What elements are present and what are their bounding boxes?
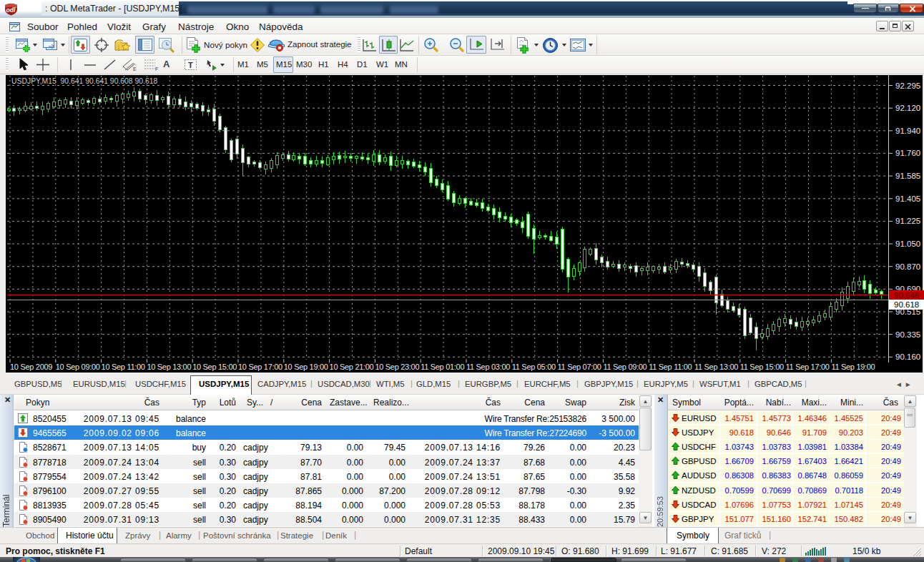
- svg-text:11 Sep 17:00: 11 Sep 17:00: [786, 363, 830, 371]
- svg-text:91.225: 91.225: [895, 217, 920, 225]
- svg-text:90.646: 90.646: [894, 291, 919, 300]
- svg-text:90.618: 90.618: [894, 300, 919, 309]
- svg-text:91.050: 91.050: [895, 240, 920, 248]
- svg-text:91.585: 91.585: [895, 172, 920, 180]
- svg-text:10 Sep 23:00: 10 Sep 23:00: [375, 363, 419, 371]
- svg-text:10 Sep 17:00: 10 Sep 17:00: [238, 363, 282, 371]
- svg-text:10 Sep 2009: 10 Sep 2009: [10, 363, 52, 371]
- svg-text:91.940: 91.940: [895, 127, 920, 135]
- svg-text:10 Sep 09:00: 10 Sep 09:00: [56, 363, 100, 371]
- svg-text:11 Sep 07:00: 11 Sep 07:00: [558, 363, 601, 371]
- svg-text:F: F: [155, 66, 158, 72]
- svg-text:10 Sep 19:00: 10 Sep 19:00: [284, 363, 328, 371]
- svg-text:odl: odl: [6, 6, 16, 14]
- svg-text:11 Sep 01:00: 11 Sep 01:00: [421, 363, 464, 371]
- svg-text:10 Sep 13:00: 10 Sep 13:00: [147, 363, 191, 371]
- svg-text:10 Sep 11:00: 10 Sep 11:00: [102, 363, 145, 371]
- svg-text:91.405: 91.405: [895, 194, 920, 203]
- svg-text:90.160: 90.160: [895, 353, 920, 361]
- svg-text:11 Sep 11:00: 11 Sep 11:00: [649, 363, 692, 371]
- svg-text:92.295: 92.295: [895, 82, 920, 90]
- svg-text:11 Sep 05:00: 11 Sep 05:00: [512, 363, 556, 371]
- svg-text:11 Sep 03:00: 11 Sep 03:00: [466, 363, 510, 371]
- svg-text:11 Sep 09:00: 11 Sep 09:00: [603, 363, 647, 371]
- svg-text:90.335: 90.335: [895, 330, 920, 339]
- svg-text:E: E: [133, 66, 137, 72]
- svg-text:T: T: [188, 61, 193, 69]
- svg-text:11 Sep 15:00: 11 Sep 15:00: [740, 363, 784, 371]
- svg-text:11 Sep 13:00: 11 Sep 13:00: [694, 363, 738, 371]
- svg-text:92.120: 92.120: [895, 104, 920, 112]
- svg-text:USDJPY,M15 90.641 90.641 90.6: USDJPY,M15 90.641 90.641 90.608 90.618: [11, 77, 158, 85]
- svg-text:91.760: 91.760: [895, 149, 920, 157]
- svg-text:10 Sep 21:00: 10 Sep 21:00: [330, 363, 374, 371]
- svg-text:11 Sep 19:00: 11 Sep 19:00: [831, 363, 875, 371]
- svg-text:90.870: 90.870: [895, 262, 920, 271]
- svg-text:10 Sep 15:00: 10 Sep 15:00: [192, 363, 237, 371]
